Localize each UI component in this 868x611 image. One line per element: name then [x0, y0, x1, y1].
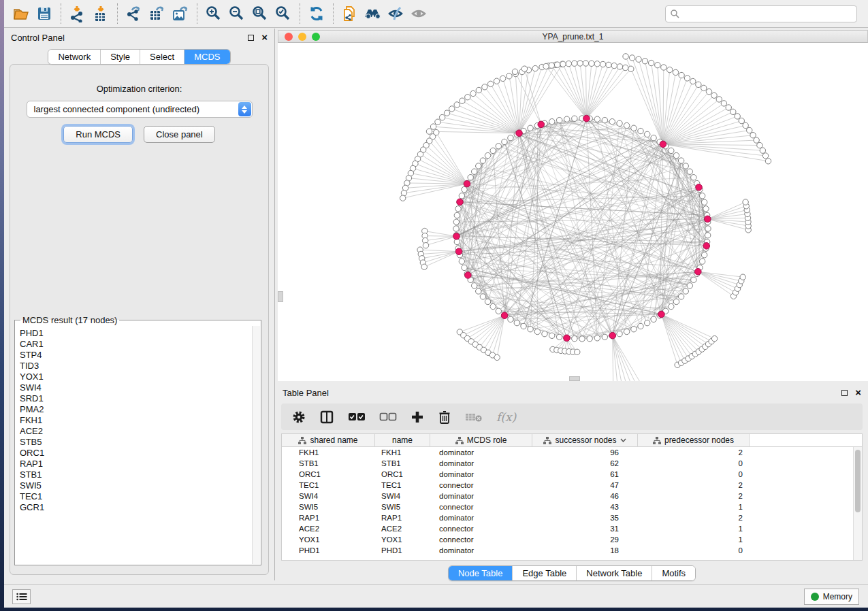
zoom-fit-button[interactable]	[248, 2, 272, 25]
export-image-button[interactable]	[169, 2, 192, 25]
column-header-successor-nodes[interactable]: successor nodes	[532, 434, 638, 446]
mcds-list-scrollbar[interactable]	[252, 326, 260, 564]
control-panel-header: Control Panel ×	[4, 29, 274, 46]
network-canvas[interactable]	[278, 43, 868, 381]
table-row[interactable]: ACE2ACE2connector311	[282, 523, 853, 534]
tab-style[interactable]: Style	[100, 50, 140, 64]
mcds-list-item[interactable]: TID3	[20, 361, 252, 371]
search-network-button[interactable]	[361, 2, 385, 25]
mcds-result-list[interactable]: PHD1CAR1STP4TID3YOX1SWI4SRD1PMA2FKH1ACE2…	[16, 327, 252, 564]
table-row[interactable]: FKH1FKH1dominator962	[282, 447, 853, 458]
table-row[interactable]: YOX1YOX1connector291	[282, 534, 853, 545]
mcds-list-item[interactable]: PHD1	[20, 328, 252, 339]
select-all-icon[interactable]	[348, 412, 366, 422]
vertical-splitter-handle[interactable]	[278, 291, 283, 302]
mcds-list-item[interactable]: PMA2	[20, 404, 252, 415]
attribute-tree-icon	[543, 437, 551, 444]
tab-motifs[interactable]: Motifs	[652, 566, 695, 580]
show-all-button[interactable]	[408, 2, 431, 25]
table-row[interactable]: PHD1PHD1dominator180	[282, 545, 853, 556]
dropdown-selected-value: largest connected component (undirected)	[34, 104, 200, 114]
column-layout-icon[interactable]	[319, 410, 334, 425]
tab-edge-table[interactable]: Edge Table	[512, 566, 576, 580]
mcds-list-item[interactable]: SWI4	[20, 382, 252, 393]
zoom-in-button[interactable]	[202, 2, 225, 25]
mcds-list-item[interactable]: STP4	[20, 350, 252, 361]
tab-mcds[interactable]: MCDS	[184, 50, 229, 64]
table-cell: YOX1	[375, 535, 430, 544]
add-column-icon[interactable]	[411, 410, 424, 424]
mcds-list-item[interactable]: CAR1	[20, 339, 252, 350]
mcds-list-item[interactable]: RAP1	[20, 459, 252, 469]
table-row[interactable]: TEC1TEC1connector472	[282, 480, 853, 491]
mcds-list-item[interactable]: SRD1	[20, 393, 252, 404]
memory-button[interactable]: Memory	[804, 589, 859, 605]
optimization-criterion-dropdown[interactable]: largest connected component (undirected)	[27, 101, 253, 118]
horizontal-splitter-handle[interactable]	[569, 376, 580, 381]
toolbar-separator	[333, 3, 334, 24]
import-table-button[interactable]	[89, 2, 112, 25]
save-session-button[interactable]	[33, 2, 56, 25]
close-panel-icon[interactable]: ×	[261, 33, 268, 42]
float-panel-icon[interactable]	[248, 35, 254, 41]
mcds-list-item[interactable]: ORC1	[20, 448, 252, 459]
refresh-layout-button[interactable]	[305, 2, 328, 25]
gear-icon[interactable]	[292, 410, 306, 424]
tab-select[interactable]: Select	[140, 50, 184, 64]
zoom-out-button[interactable]	[225, 2, 248, 25]
mcds-list-item[interactable]: YOX1	[20, 371, 252, 382]
run-mcds-button[interactable]: Run MCDS	[63, 126, 133, 143]
table-row[interactable]: SWI5SWI5connector431	[282, 501, 853, 512]
tab-network[interactable]: Network	[48, 50, 100, 64]
delete-table-icon[interactable]	[465, 411, 483, 423]
mcds-list-item[interactable]: SWI5	[20, 480, 252, 491]
table-scrollbar-thumb[interactable]	[855, 450, 861, 512]
close-panel-icon[interactable]: ×	[855, 389, 861, 397]
float-panel-icon[interactable]	[841, 390, 848, 396]
table-body[interactable]: FKH1FKH1dominator962STB1STB1dominator620…	[282, 447, 853, 560]
search-input[interactable]	[679, 9, 852, 18]
open-file-button[interactable]	[10, 2, 33, 25]
list-menu-icon	[16, 593, 27, 601]
tab-node-table[interactable]: Node Table	[449, 566, 513, 580]
column-header-shared-name[interactable]: shared name	[282, 434, 375, 446]
hide-selected-button[interactable]	[385, 2, 408, 25]
toolbar-separator	[300, 3, 300, 24]
mcds-list-item[interactable]: FKH1	[20, 415, 252, 426]
deselect-all-icon[interactable]	[379, 412, 397, 422]
table-cell: SWI5	[282, 503, 375, 511]
function-builder-icon[interactable]: f(x)	[496, 410, 516, 424]
tab-network-table[interactable]: Network Table	[576, 566, 652, 580]
table-cell: 1	[638, 535, 750, 544]
table-row[interactable]: SWI4SWI4dominator462	[282, 491, 853, 501]
table-scrollbar[interactable]	[853, 447, 862, 560]
table-cell: YOX1	[282, 535, 375, 544]
clone-network-button[interactable]	[338, 2, 361, 25]
mcds-list-item[interactable]: TEC1	[20, 491, 252, 502]
export-table-button[interactable]	[146, 2, 169, 25]
mcds-result-group: MCDS result (17 nodes) PHD1CAR1STP4TID3Y…	[14, 315, 261, 565]
table-row[interactable]: RAP1RAP1dominator352	[282, 512, 853, 523]
delete-column-icon[interactable]	[438, 410, 451, 425]
zoom-selected-button[interactable]	[272, 2, 295, 25]
export-image-icon	[172, 5, 189, 22]
table-panel-header: Table Panel ×	[276, 384, 868, 401]
task-history-button[interactable]	[12, 589, 31, 604]
toolbar-search-field[interactable]	[665, 5, 857, 22]
table-row[interactable]: ORC1ORC1dominator610	[282, 469, 853, 480]
mcds-list-item[interactable]: ACE2	[20, 426, 252, 437]
close-panel-button[interactable]: Close panel	[144, 126, 215, 143]
column-header-predecessor-nodes[interactable]: predecessor nodes	[638, 434, 750, 446]
column-header-MCDS-role[interactable]: MCDS role	[430, 434, 532, 446]
mcds-list-item[interactable]: STB5	[20, 437, 252, 448]
export-network-icon	[125, 5, 143, 22]
attribute-tree-icon	[298, 437, 306, 444]
column-header-name[interactable]: name	[375, 434, 430, 446]
network-window-titlebar: YPA_prune.txt_1	[278, 30, 868, 43]
table-cell: PHD1	[375, 546, 430, 555]
table-row[interactable]: STB1STB1dominator620	[282, 458, 853, 469]
mcds-list-item[interactable]: GCR1	[20, 502, 252, 513]
export-network-button[interactable]	[123, 2, 146, 25]
mcds-list-item[interactable]: STB1	[20, 469, 252, 480]
import-network-button[interactable]	[66, 2, 89, 25]
